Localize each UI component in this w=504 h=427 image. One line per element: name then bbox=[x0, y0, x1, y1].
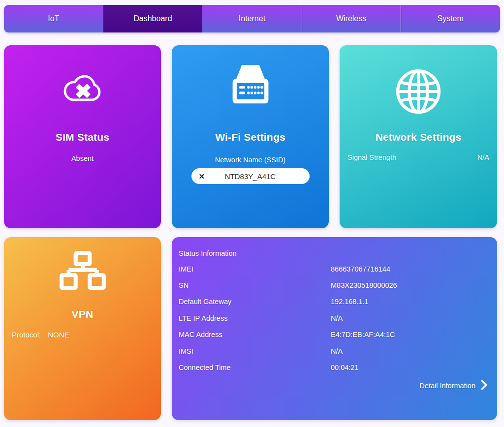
vpn-protocol-value: NONE bbox=[48, 331, 69, 339]
status-card-title: Status Information bbox=[179, 249, 487, 258]
row-value: N/A bbox=[331, 314, 343, 322]
row-value: 00:04:21 bbox=[331, 364, 358, 371]
row-label: IMSI bbox=[179, 347, 331, 355]
tab-iot[interactable]: IoT bbox=[4, 5, 103, 32]
vpn-protocol-label: Protocol: bbox=[12, 331, 41, 339]
wifi-card-title: Wi-Fi Settings bbox=[172, 131, 329, 143]
status-row-imei: IMEI 866637067716144 bbox=[179, 261, 487, 277]
status-row-sn: SN M83X230518000026 bbox=[179, 277, 487, 293]
network-card-title: Network Settings bbox=[340, 131, 497, 143]
detail-information-label: Detail Information bbox=[419, 382, 475, 390]
row-value: M83X230518000026 bbox=[331, 281, 397, 289]
row-label: MAC Address bbox=[179, 331, 331, 338]
row-value: 866637067716144 bbox=[331, 265, 390, 273]
row-label: IMEI bbox=[179, 265, 331, 273]
clear-x-icon[interactable]: ✕ bbox=[199, 173, 205, 180]
cloud-x-icon bbox=[59, 71, 106, 107]
status-row-imsi: IMSI N/A bbox=[179, 343, 487, 359]
row-label: SN bbox=[179, 281, 331, 289]
chevron-right-icon bbox=[481, 380, 487, 392]
signal-strength-label: Signal Strength bbox=[347, 153, 396, 161]
detail-information-link[interactable]: Detail Information bbox=[419, 380, 487, 392]
router-icon bbox=[225, 62, 276, 115]
sitemap-icon bbox=[57, 250, 109, 299]
tab-internet[interactable]: Internet bbox=[202, 5, 302, 32]
sim-status-value: Absent bbox=[4, 154, 161, 162]
signal-strength-value: N/A bbox=[477, 153, 489, 161]
row-value: N/A bbox=[331, 347, 343, 355]
row-value: 192.168.1.1 bbox=[331, 298, 369, 305]
status-information-card: Status Information IMEI 866637067716144 … bbox=[172, 237, 497, 420]
vpn-card-title: VPN bbox=[4, 308, 161, 320]
ssid-field: ✕ bbox=[191, 168, 310, 184]
row-label: Connected Time bbox=[179, 364, 331, 371]
sim-card-title: SIM Status bbox=[4, 131, 161, 143]
vpn-card[interactable]: VPN Protocol: NONE bbox=[4, 237, 161, 420]
tab-system[interactable]: System bbox=[401, 5, 500, 32]
tab-dashboard[interactable]: Dashboard bbox=[103, 5, 203, 32]
wifi-settings-card[interactable]: Wi-Fi Settings Network Name (SSID) ✕ bbox=[172, 45, 329, 228]
status-row-lte-ip: LTE IP Address N/A bbox=[179, 310, 487, 326]
row-value: E4:7D:EB:AF:A4:1C bbox=[331, 331, 395, 338]
status-row-mac: MAC Address E4:7D:EB:AF:A4:1C bbox=[179, 327, 487, 343]
ssid-input[interactable] bbox=[191, 168, 310, 184]
row-label: LTE IP Address bbox=[179, 314, 331, 322]
tab-wireless[interactable]: Wireless bbox=[302, 5, 401, 32]
status-row-gateway: Default Gateway 192.168.1.1 bbox=[179, 294, 487, 310]
sim-status-card[interactable]: SIM Status Absent bbox=[4, 45, 161, 228]
row-label: Default Gateway bbox=[179, 298, 331, 305]
globe-icon bbox=[391, 64, 446, 121]
status-row-connected-time: Connected Time 00:04:21 bbox=[179, 359, 487, 375]
network-settings-card[interactable]: Network Settings Signal Strength N/A bbox=[340, 45, 497, 228]
ssid-field-label: Network Name (SSID) bbox=[172, 156, 329, 164]
top-nav: IoT Dashboard Internet Wireless System bbox=[4, 5, 500, 32]
